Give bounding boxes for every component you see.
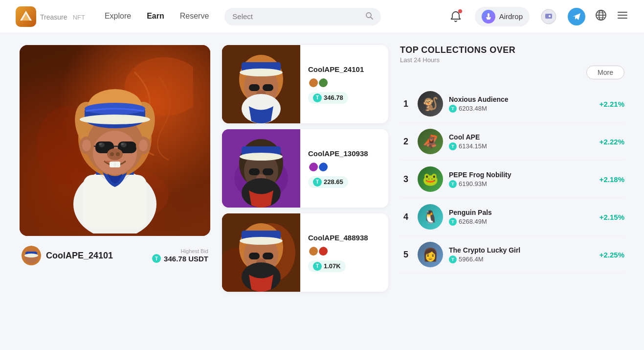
nft-owners-2 [308,162,380,172]
more-button[interactable]: More [586,66,624,79]
nft-thumb-3 [222,213,300,292]
globe-button[interactable] [595,9,607,24]
nft-owners-3 [308,246,380,257]
nft-price-3: T 1.07K [308,260,346,272]
featured-left: CoolAPE_24101 [22,246,113,265]
svg-point-69 [240,153,283,161]
featured-image [20,45,210,236]
bid-amount: 346.78 USDT [164,255,208,263]
nav-earn[interactable]: Earn [147,10,164,23]
tc-row-2[interactable]: 2 🦧 Cool APE T 6134.15M +2.22% [400,123,624,161]
nft-card-1[interactable]: CoolAPE_24101 T 346.78 [222,45,388,123]
t-badge-1: T [449,105,457,113]
svg-rect-83 [249,253,260,259]
nft-title-3: CoolAPE_488938 [308,233,380,242]
logo-icon [16,6,36,27]
tc-name-3: PEPE Frog Nobility [449,171,594,179]
nft-title-1: CoolAPE_24101 [308,65,380,73]
tc-name-5: The Crypto Lucky Girl [449,246,594,254]
search-icon [365,12,373,22]
tc-rank-5: 5 [400,250,412,260]
nft-thumb-1 [222,45,300,123]
volume-value-1: 6203.48M [459,105,487,112]
tc-change-3: +2.18% [600,175,624,184]
tc-row-5[interactable]: 5 👩 The Crypto Lucky Girl T 5966.4M +2.2… [400,236,624,274]
menu-button[interactable] [617,9,628,24]
wallet-button[interactable] [539,7,558,26]
tc-row-4[interactable]: 4 🐧 Penguin Pals T 6268.49M +2.15% [400,198,624,236]
search-input[interactable] [232,12,361,21]
nav-reserve[interactable]: Reserve [180,10,209,23]
svg-point-62 [309,78,319,88]
tc-details-3: PEPE Frog Nobility T 6190.93M [449,171,594,188]
airdrop-button[interactable]: Airdrop [475,7,530,26]
nft-thumb-svg-2 [222,129,300,208]
volume-value-3: 6190.93M [459,180,487,187]
token-badge-1: T [313,93,322,102]
tc-avatar-4: 🐧 [418,204,443,230]
nft-owners-1 [308,77,380,88]
tc-title: TOP COLLECTIONS OVER [400,45,624,55]
tc-details-2: Cool APE T 6134.15M [449,133,594,150]
tc-avatar-1: 🐒 [418,91,443,117]
tc-name-4: Penguin Pals [449,209,594,216]
logo-area[interactable]: Treasure NFT [16,6,85,27]
highest-bid-label: Highest Bid [152,248,208,254]
telegram-button[interactable] [568,8,585,25]
svg-rect-4 [488,13,489,17]
tc-rank-4: 4 [400,212,412,222]
svg-point-63 [319,78,329,88]
svg-point-39 [121,143,124,145]
svg-point-38 [99,143,102,145]
featured-right: Highest Bid T 346.78 USDT [152,248,208,263]
svg-point-57 [240,69,283,76]
airdrop-label: Airdrop [499,12,523,21]
nft-card-2[interactable]: CoolAPE_130938 T 228.65 [222,129,388,208]
svg-point-74 [309,163,319,172]
svg-rect-59 [263,84,273,91]
notification-button[interactable] [446,7,465,26]
tc-volume-4: T 6268.49M [449,218,594,226]
tc-change-2: +2.22% [600,138,624,146]
token-badge-3: T [313,262,322,271]
token-badge: T [152,254,161,263]
svg-point-88 [319,247,329,257]
token-badge-2: T [313,178,322,187]
svg-rect-84 [263,253,273,259]
svg-point-42 [116,152,120,156]
highest-bid-value: T 346.78 USDT [152,254,208,263]
tc-change-4: +2.15% [600,213,624,221]
nft-info-3: CoolAPE_488938 T 1.07K [300,228,388,278]
nft-thumb-2 [222,129,300,208]
navbar: Treasure NFT Explore Earn Reserve [0,0,644,33]
svg-point-87 [309,247,319,257]
tc-change-5: +2.25% [600,251,624,259]
tc-details-5: The Crypto Lucky Girl T 5966.4M [449,246,594,263]
volume-value-5: 5966.4M [459,256,484,263]
tc-rank-2: 2 [400,137,412,147]
featured-avatar [22,246,41,265]
nav-links: Explore Earn Reserve [105,10,209,23]
svg-rect-71 [263,168,273,175]
nav-explore[interactable]: Explore [105,10,131,23]
svg-point-48 [139,140,148,151]
nft-card-3[interactable]: CoolAPE_488938 T 1.07K [222,213,388,292]
t-badge-5: T [449,256,457,263]
t-badge-4: T [449,218,457,226]
svg-rect-58 [249,84,260,91]
tc-avatar-2: 🦧 [418,129,443,154]
tc-row-3[interactable]: 3 🐸 PEPE Frog Nobility T 6190.93M +2.18% [400,161,624,198]
tc-list: 1 🐒 Noxious Audience T 6203.48M +2.21% 2… [400,85,624,274]
tc-avatar-5: 👩 [418,242,443,267]
svg-line-3 [371,17,373,19]
t-badge-2: T [449,142,457,150]
tc-row-1[interactable]: 1 🐒 Noxious Audience T 6203.48M +2.21% [400,85,624,123]
search-bar[interactable] [224,8,381,25]
volume-value-4: 6268.49M [459,218,487,225]
tc-volume-1: T 6203.48M [449,105,594,113]
svg-point-82 [240,237,283,245]
nft-info-2: CoolAPE_130938 T 228.65 [300,143,388,194]
tc-rank-1: 1 [400,99,412,109]
svg-point-41 [110,152,114,156]
featured-nft-name: CoolAPE_24101 [46,251,113,261]
